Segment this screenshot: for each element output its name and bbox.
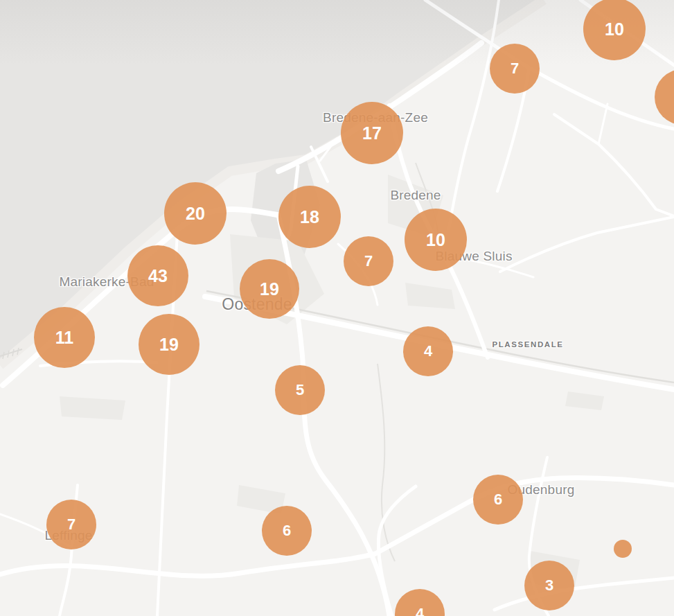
cluster-count: 4 [416, 605, 424, 616]
cluster-marker-dot[interactable] [614, 540, 632, 558]
cluster-count: 7 [511, 60, 519, 78]
cluster-count: 10 [605, 19, 624, 39]
cluster-count: 3 [545, 577, 553, 595]
cluster-marker[interactable]: 10 [583, 0, 646, 60]
cluster-count: 6 [283, 522, 291, 540]
cluster-marker[interactable]: 3 [524, 561, 574, 610]
cluster-marker[interactable]: 19 [240, 259, 299, 319]
cluster-count: 20 [186, 204, 205, 224]
cluster-marker[interactable]: 4 [403, 326, 453, 376]
cluster-count: 10 [426, 230, 445, 250]
cluster-marker[interactable]: 20 [164, 182, 227, 245]
cluster-count: 7 [364, 252, 373, 270]
marker-layer: 107172018107431911194567634 [0, 0, 674, 616]
cluster-count: 19 [260, 279, 279, 299]
cluster-count: 17 [362, 123, 382, 143]
cluster-marker[interactable]: 5 [275, 365, 325, 415]
map-canvas[interactable]: Bredene-aan-ZeeBredeneBlauwe SluisMariak… [0, 0, 674, 616]
cluster-marker[interactable]: 4 [395, 589, 445, 616]
cluster-count: 4 [424, 342, 432, 360]
cluster-count: 7 [67, 516, 76, 534]
cluster-marker[interactable]: 43 [127, 245, 188, 306]
cluster-marker[interactable]: 11 [34, 307, 95, 368]
cluster-marker[interactable]: 10 [405, 209, 467, 271]
cluster-count: 18 [300, 207, 319, 227]
cluster-count: 6 [494, 491, 502, 509]
cluster-marker[interactable]: 19 [139, 314, 199, 375]
cluster-count: 11 [55, 328, 73, 348]
cluster-count: 5 [296, 381, 304, 399]
cluster-marker[interactable]: 7 [344, 236, 393, 286]
cluster-count: 19 [159, 335, 179, 355]
cluster-count: 43 [148, 266, 168, 286]
cluster-marker[interactable]: 18 [278, 186, 341, 248]
cluster-marker[interactable]: 6 [473, 475, 523, 525]
cluster-marker[interactable]: 6 [262, 506, 312, 556]
cluster-marker[interactable]: 17 [341, 102, 403, 164]
cluster-marker[interactable]: 7 [490, 44, 540, 94]
cluster-marker[interactable]: 7 [46, 500, 96, 549]
cluster-marker-dot[interactable] [655, 69, 674, 125]
